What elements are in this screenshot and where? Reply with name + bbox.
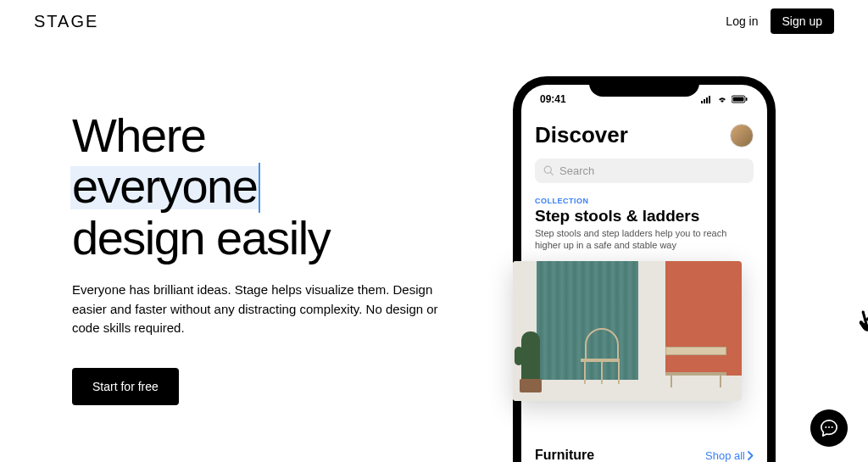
furniture-section: Furniture Shop all	[535, 448, 754, 462]
svg-point-12	[825, 426, 826, 428]
logo[interactable]: STAGE	[34, 12, 98, 31]
chat-widget-button[interactable]	[810, 409, 848, 447]
header-actions: Log in Sign up	[726, 8, 834, 34]
svg-line-8	[551, 173, 554, 175]
discover-title: Discover	[535, 122, 628, 148]
hand-cursor-icon	[854, 307, 868, 340]
product-image	[513, 261, 742, 401]
svg-rect-6	[746, 97, 748, 101]
status-icons	[701, 93, 748, 105]
svg-rect-0	[701, 101, 703, 103]
furniture-header: Furniture Shop all	[535, 448, 754, 462]
hero-title-line3: design easily	[72, 211, 330, 264]
phone-notch	[589, 76, 699, 97]
phone-mockup-container: 09:41 Discover Search	[487, 76, 868, 462]
svg-rect-3	[709, 96, 710, 103]
hero-title-line1: Where	[72, 109, 205, 162]
chevron-right-icon	[748, 451, 754, 460]
search-placeholder: Search	[559, 164, 594, 177]
furniture-title: Furniture	[535, 448, 594, 462]
collection-label: COLLECTION	[535, 197, 754, 205]
wifi-icon	[716, 95, 728, 103]
svg-point-14	[832, 426, 833, 428]
app-content: Discover Search COLLECTION Step stools &…	[521, 105, 767, 252]
svg-rect-1	[704, 99, 705, 103]
floating-image-card[interactable]	[513, 261, 742, 401]
battery-icon	[732, 95, 748, 103]
signal-icon	[701, 95, 713, 103]
hero-section: Where everyone design easily Everyone ha…	[0, 34, 868, 462]
collection-title: Step stools & ladders	[535, 207, 754, 225]
chat-icon	[820, 419, 838, 437]
hero-content: Where everyone design easily Everyone ha…	[72, 76, 453, 462]
search-icon	[543, 165, 554, 176]
avatar[interactable]	[730, 124, 754, 148]
search-input[interactable]: Search	[535, 159, 754, 183]
text-cursor	[259, 163, 260, 212]
svg-point-13	[828, 426, 830, 428]
status-time: 09:41	[540, 93, 566, 105]
shop-all-link[interactable]: Shop all	[705, 449, 754, 462]
start-for-free-button[interactable]: Start for free	[72, 368, 179, 405]
hero-title-highlight: everyone	[72, 161, 257, 212]
signup-button[interactable]: Sign up	[771, 8, 834, 34]
svg-rect-5	[733, 97, 744, 102]
login-link[interactable]: Log in	[726, 14, 758, 28]
discover-header: Discover	[535, 122, 754, 148]
svg-rect-2	[706, 97, 708, 103]
hero-subtitle: Everyone has brilliant ideas. Stage help…	[72, 281, 453, 338]
hero-title: Where everyone design easily	[72, 110, 453, 264]
collection-description: Step stools and step ladders help you to…	[535, 227, 754, 252]
header: STAGE Log in Sign up	[0, 0, 868, 34]
